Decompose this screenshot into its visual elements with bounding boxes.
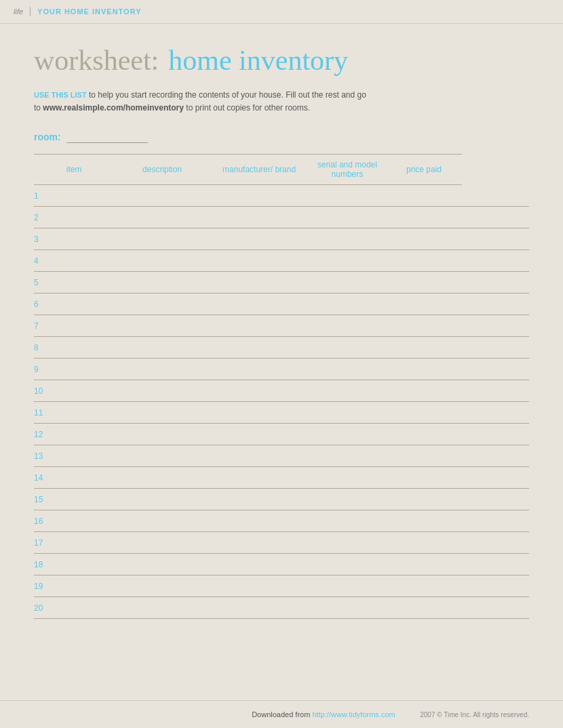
- table-cell[interactable]: [210, 359, 309, 380]
- table-cell[interactable]: [308, 467, 386, 489]
- table-row[interactable]: 4: [34, 250, 529, 272]
- table-cell[interactable]: [462, 489, 529, 510]
- table-cell[interactable]: [114, 424, 210, 445]
- table-cell[interactable]: [308, 402, 386, 424]
- table-cell[interactable]: [462, 207, 529, 228]
- table-row[interactable]: 3: [34, 228, 529, 250]
- table-cell[interactable]: [114, 532, 210, 554]
- table-cell[interactable]: [387, 250, 462, 272]
- table-cell[interactable]: [114, 294, 210, 315]
- table-cell[interactable]: [114, 467, 210, 489]
- table-cell[interactable]: [210, 554, 309, 575]
- table-cell[interactable]: [387, 575, 462, 597]
- table-cell[interactable]: [308, 250, 386, 272]
- table-cell[interactable]: [210, 337, 309, 359]
- table-row[interactable]: 12: [34, 424, 529, 445]
- table-cell[interactable]: [210, 250, 309, 272]
- table-cell[interactable]: [462, 554, 529, 575]
- table-cell[interactable]: [387, 489, 462, 510]
- table-cell[interactable]: [114, 185, 210, 207]
- table-cell[interactable]: [387, 228, 462, 250]
- table-cell[interactable]: [210, 575, 309, 597]
- table-cell[interactable]: [210, 510, 309, 532]
- table-cell[interactable]: [210, 272, 309, 294]
- table-cell[interactable]: [387, 272, 462, 294]
- table-cell[interactable]: [114, 207, 210, 228]
- table-cell[interactable]: [114, 489, 210, 510]
- table-cell[interactable]: [210, 315, 309, 337]
- table-row[interactable]: 15: [34, 489, 529, 510]
- table-cell[interactable]: [387, 380, 462, 402]
- table-cell[interactable]: [308, 207, 386, 228]
- table-cell[interactable]: [308, 228, 386, 250]
- table-cell[interactable]: [114, 597, 210, 619]
- table-cell[interactable]: [387, 597, 462, 619]
- table-cell[interactable]: [114, 554, 210, 575]
- table-row[interactable]: 9: [34, 359, 529, 380]
- table-row[interactable]: 16: [34, 510, 529, 532]
- table-cell[interactable]: [114, 402, 210, 424]
- table-cell[interactable]: [462, 315, 529, 337]
- table-cell[interactable]: [387, 467, 462, 489]
- table-cell[interactable]: [308, 380, 386, 402]
- table-cell[interactable]: [210, 424, 309, 445]
- table-cell[interactable]: [462, 402, 529, 424]
- footer-link[interactable]: http://www.tidyforms.com: [312, 710, 395, 719]
- table-row[interactable]: 5: [34, 272, 529, 294]
- table-cell[interactable]: [387, 554, 462, 575]
- table-cell[interactable]: [308, 510, 386, 532]
- table-cell[interactable]: [462, 445, 529, 467]
- table-cell[interactable]: [387, 510, 462, 532]
- table-cell[interactable]: [462, 228, 529, 250]
- table-row[interactable]: 1: [34, 185, 529, 207]
- table-cell[interactable]: [387, 402, 462, 424]
- table-cell[interactable]: [308, 575, 386, 597]
- table-cell[interactable]: [387, 337, 462, 359]
- table-cell[interactable]: [462, 250, 529, 272]
- table-row[interactable]: 18: [34, 554, 529, 575]
- table-cell[interactable]: [210, 207, 309, 228]
- table-cell[interactable]: [210, 467, 309, 489]
- table-cell[interactable]: [308, 294, 386, 315]
- table-row[interactable]: 10: [34, 380, 529, 402]
- table-row[interactable]: 2: [34, 207, 529, 228]
- table-cell[interactable]: [210, 489, 309, 510]
- table-cell[interactable]: [387, 315, 462, 337]
- table-cell[interactable]: [210, 532, 309, 554]
- table-row[interactable]: 8: [34, 337, 529, 359]
- table-cell[interactable]: [462, 575, 529, 597]
- table-cell[interactable]: [387, 532, 462, 554]
- table-row[interactable]: 14: [34, 467, 529, 489]
- table-cell[interactable]: [210, 185, 309, 207]
- table-cell[interactable]: [114, 359, 210, 380]
- table-cell[interactable]: [114, 315, 210, 337]
- table-row[interactable]: 17: [34, 532, 529, 554]
- table-cell[interactable]: [308, 337, 386, 359]
- table-cell[interactable]: [308, 424, 386, 445]
- table-cell[interactable]: [114, 250, 210, 272]
- table-cell[interactable]: [462, 337, 529, 359]
- table-cell[interactable]: [114, 272, 210, 294]
- table-cell[interactable]: [308, 359, 386, 380]
- table-cell[interactable]: [387, 294, 462, 315]
- table-cell[interactable]: [387, 424, 462, 445]
- table-cell[interactable]: [308, 272, 386, 294]
- table-cell[interactable]: [210, 228, 309, 250]
- table-cell[interactable]: [210, 294, 309, 315]
- table-cell[interactable]: [387, 359, 462, 380]
- table-cell[interactable]: [308, 445, 386, 467]
- table-cell[interactable]: [462, 380, 529, 402]
- table-row[interactable]: 20: [34, 597, 529, 619]
- table-row[interactable]: 13: [34, 445, 529, 467]
- table-cell[interactable]: [387, 445, 462, 467]
- table-cell[interactable]: [308, 489, 386, 510]
- table-cell[interactable]: [462, 510, 529, 532]
- table-cell[interactable]: [114, 510, 210, 532]
- table-cell[interactable]: [462, 359, 529, 380]
- room-input-underline[interactable]: [66, 131, 148, 143]
- table-cell[interactable]: [308, 597, 386, 619]
- table-cell[interactable]: [462, 294, 529, 315]
- table-cell[interactable]: [387, 185, 462, 207]
- table-cell[interactable]: [462, 185, 529, 207]
- table-cell[interactable]: [114, 337, 210, 359]
